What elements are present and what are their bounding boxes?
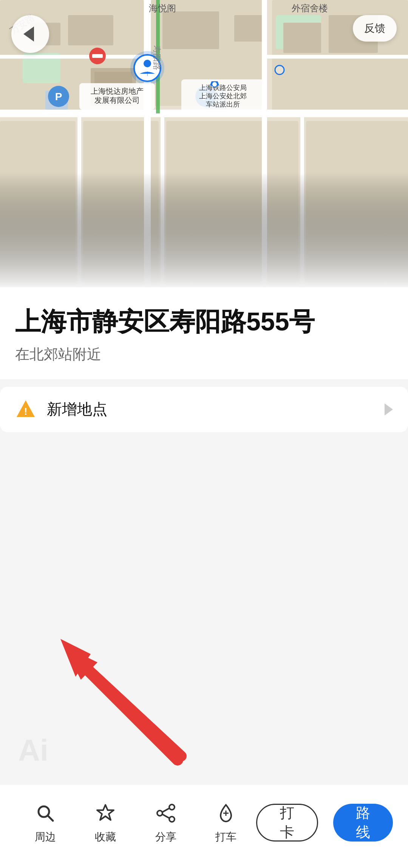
address-title: 上海市静安区寿阳路555号: [15, 306, 393, 337]
taxi-label: 打车: [215, 830, 236, 844]
feedback-label: 反馈: [364, 22, 385, 34]
toolbar-taxi[interactable]: 打车: [196, 801, 257, 844]
taxi-icon: [214, 801, 238, 825]
svg-marker-59: [63, 646, 97, 680]
toolbar-nearby[interactable]: 周边: [15, 801, 76, 844]
svg-point-63: [169, 804, 175, 810]
ai-badge: Ai: [10, 719, 57, 781]
address-section: 上海市静安区寿阳路555号 在北郊站附近: [0, 287, 408, 379]
svg-line-66: [162, 808, 169, 812]
svg-line-67: [162, 814, 169, 818]
nearby-icon: [33, 801, 57, 825]
svg-point-65: [169, 817, 175, 822]
svg-line-58: [83, 665, 178, 760]
map-section: 万安路 P P ↑ 上海悦达房地产 发展有限公司 上海铁路公安局 上海公安处北郊…: [0, 0, 408, 287]
share-label: 分享: [155, 830, 176, 844]
content-area: 上海市静安区寿阳路555号 在北郊站附近 ! 新增地点: [0, 287, 408, 785]
toolbar-buttons: 打卡 路线: [256, 804, 393, 842]
svg-point-64: [157, 811, 162, 816]
address-subtitle: 在北郊站附近: [15, 345, 393, 364]
svg-line-61: [48, 815, 53, 821]
back-button[interactable]: [11, 15, 49, 53]
checkin-button[interactable]: 打卡: [256, 804, 318, 842]
toolbar-share[interactable]: 分享: [136, 801, 196, 844]
back-icon: [23, 26, 34, 42]
toolbar-favorite[interactable]: 收藏: [76, 801, 136, 844]
svg-text:!: !: [24, 406, 28, 417]
warning-icon: !: [15, 399, 36, 420]
svg-rect-52: [0, 0, 408, 287]
bottom-toolbar: 周边 收藏 分享: [0, 785, 408, 868]
feedback-button[interactable]: 反馈: [353, 15, 397, 42]
svg-line-56: [76, 658, 181, 756]
share-icon: [154, 801, 178, 825]
star-icon: [93, 801, 117, 825]
favorite-label: 收藏: [95, 830, 116, 844]
svg-marker-62: [97, 805, 114, 820]
add-location-left: ! 新增地点: [15, 399, 107, 420]
add-location-text: 新增地点: [47, 399, 107, 420]
svg-marker-57: [60, 639, 91, 677]
chevron-right-icon: [385, 403, 393, 415]
arrow-annotation: [0, 590, 408, 817]
add-location-card[interactable]: ! 新增地点: [0, 387, 408, 432]
nearby-label: 周边: [35, 830, 56, 844]
route-button[interactable]: 路线: [333, 804, 393, 842]
